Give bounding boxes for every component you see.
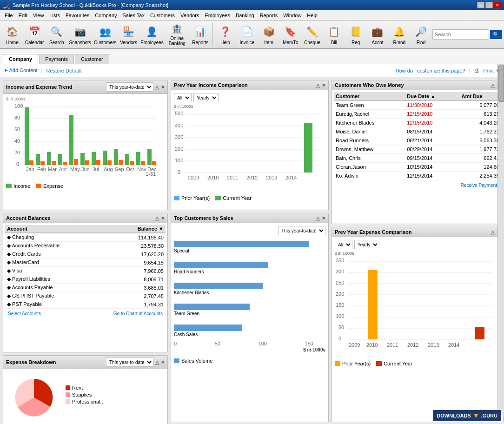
chart-of-accounts-link[interactable]: Go to Chart of Accounts xyxy=(113,311,163,316)
panel-account-close[interactable]: ✕ xyxy=(161,216,165,221)
menu-file[interactable]: File xyxy=(2,12,16,19)
scrollbar[interactable] xyxy=(497,64,504,415)
table-row[interactable]: Moise, Daniel 08/15/2014 1,762.31 xyxy=(334,127,501,136)
toolbar-search-input[interactable] xyxy=(432,29,488,40)
menu-reports[interactable]: Reports xyxy=(257,12,281,19)
panel-prev-income-close[interactable]: ✕ xyxy=(322,83,325,88)
receive-payments-link[interactable]: Receive Payments xyxy=(461,183,499,188)
minimize-button[interactable]: — xyxy=(477,2,484,8)
table-row[interactable]: Euretig,Rachel 12/15/2010 613.25 xyxy=(334,110,501,119)
tab-customer[interactable]: Customer xyxy=(75,54,109,64)
panel-top-customers-close[interactable]: ✕ xyxy=(322,216,325,221)
panel-income-expense-body: $ in 1000s 100 80 60 40 20 0 xyxy=(3,94,167,192)
svg-rect-15 xyxy=(40,161,45,165)
table-row[interactable]: ◆ MasterCard 9,654.15 xyxy=(5,258,166,267)
menu-vendors[interactable]: Vendors xyxy=(178,12,202,19)
window-controls[interactable]: — □ ✕ xyxy=(477,2,501,8)
table-row[interactable]: Ko, Adwin 12/15/2014 2,254.35 xyxy=(334,172,501,180)
menu-employees[interactable]: Employees xyxy=(202,12,232,19)
toolbar-memtx[interactable]: 🔖 MemTx xyxy=(280,21,301,47)
table-row[interactable]: Cioran,Jason 10/15/2014 124.68 xyxy=(334,163,501,172)
cheque-icon: ✏️ xyxy=(305,24,320,39)
restore-default-link[interactable]: Restore Default xyxy=(46,68,81,73)
toolbar-search-button[interactable]: 🔍 xyxy=(490,30,502,39)
toolbar-reg[interactable]: 📒 Reg xyxy=(345,21,366,47)
panel-expense-expand[interactable]: △ xyxy=(155,360,159,365)
tab-company[interactable]: Company xyxy=(3,54,38,64)
select-accounts-link[interactable]: Select Accounts xyxy=(8,311,41,316)
toolbar-rmnd[interactable]: 🔔 Rmnd xyxy=(389,21,410,47)
toolbar-search[interactable]: 🔍 Search xyxy=(46,21,67,47)
scroll-thumb[interactable] xyxy=(498,65,504,102)
svg-rect-12 xyxy=(25,107,29,165)
toolbar-bill[interactable]: 📋 Bill xyxy=(324,21,345,47)
menu-customers[interactable]: Customers xyxy=(147,12,178,19)
table-row[interactable]: Team Green 11/30/2010 6,077.00 xyxy=(334,101,501,110)
toolbar-snapshots[interactable]: 📷 Snapshots xyxy=(68,21,92,47)
toolbar-accnt[interactable]: 💼 Accnt xyxy=(367,21,388,47)
toolbar-item[interactable]: 📦 Item xyxy=(259,21,279,47)
middle-column: Prev Year Income Comparison △ ✕ All Year… xyxy=(171,80,329,424)
top-customers-dropdown[interactable]: This year-to-date Last year xyxy=(278,226,325,235)
table-row[interactable]: Bain, Chris 09/15/2014 662.41 xyxy=(334,154,501,163)
menu-banking[interactable]: Banking xyxy=(233,12,257,19)
table-row[interactable]: ◆ Accounts Payable 3,685.01 xyxy=(5,284,166,292)
panel-income-close[interactable]: ✕ xyxy=(161,85,165,90)
table-row[interactable]: ◆ Credit Cards 17,620.20 xyxy=(5,250,166,258)
add-content-link[interactable]: ➤ Add Content xyxy=(4,67,38,73)
panel-top-customers-expand[interactable]: △ xyxy=(316,216,320,221)
how-to-customize-link[interactable]: How do I customize this page? xyxy=(396,68,465,73)
table-row[interactable]: ◆ Chequing 114,196.40 xyxy=(5,233,166,242)
panel-customers-owe-expand[interactable]: △ xyxy=(491,83,495,88)
toolbar-cheque[interactable]: ✏️ Cheque xyxy=(302,21,323,47)
svg-text:20: 20 xyxy=(14,150,20,155)
menu-lists[interactable]: Lists xyxy=(46,12,63,19)
menu-edit[interactable]: Edit xyxy=(16,12,30,19)
table-row[interactable]: ◆ GST/HST Payable 2,707.48 xyxy=(5,292,166,300)
close-button[interactable]: ✕ xyxy=(494,2,501,8)
table-row[interactable]: ◆ Visa 7,966.05 xyxy=(5,267,166,275)
menu-company[interactable]: Company xyxy=(92,12,119,19)
bill-icon: 📋 xyxy=(326,24,341,39)
menu-help[interactable]: Help xyxy=(304,12,320,19)
toolbar-calendar[interactable]: 📅 Calendar xyxy=(24,21,46,47)
menu-window[interactable]: Window xyxy=(280,12,304,19)
panel-account-expand[interactable]: △ xyxy=(155,216,159,221)
toolbar-vendors[interactable]: 🏪 Vendors xyxy=(118,21,139,47)
prev-income-dropdown-yearly[interactable]: Yearly xyxy=(193,93,219,102)
income-expense-dropdown[interactable]: This year-to-date Last year This month xyxy=(106,82,153,92)
toolbar-cheque-label: Cheque xyxy=(304,40,320,45)
table-row[interactable]: Downs, Matthew 08/29/2014 1,977.72 xyxy=(334,145,501,154)
table-row[interactable]: ◆ Payroll Liabilities 8,009.71 xyxy=(5,275,166,284)
toolbar-banking[interactable]: 🏦 Online Banking xyxy=(165,21,189,47)
maximize-button[interactable]: □ xyxy=(485,2,493,8)
panel-prev-income-expand[interactable]: △ xyxy=(316,83,320,88)
toolbar-reports[interactable]: 📊 Reports xyxy=(190,21,211,47)
toolbar-find[interactable]: 🔎 Find xyxy=(411,21,431,47)
menu-salestax[interactable]: Sales Tax xyxy=(119,12,147,19)
table-row[interactable]: Road Runners 08/21/2014 6,063.38 xyxy=(334,136,501,145)
table-row[interactable]: Kitchener Blades 12/15/2010 4,043.20 xyxy=(334,119,501,127)
toolbar-help[interactable]: ❓ Help xyxy=(215,21,236,47)
toolbar-customers-label: Customers xyxy=(94,40,116,45)
menu-view[interactable]: View xyxy=(30,12,47,19)
svg-rect-20 xyxy=(69,115,73,165)
panel-income-expand[interactable]: △ xyxy=(155,85,159,90)
table-row[interactable]: ◆ Accounts Receivable 23,578.30 xyxy=(5,242,166,250)
toolbar-home[interactable]: 🏠 Home xyxy=(2,21,23,47)
toolbar-invoice[interactable]: 📄 Invoice xyxy=(237,21,258,47)
prev-expense-dropdown-all[interactable]: All xyxy=(335,240,352,249)
prev-income-dropdown-all[interactable]: All xyxy=(174,93,192,102)
tab-payments[interactable]: Payments xyxy=(39,54,74,64)
svg-text:2014: 2014 xyxy=(285,175,297,180)
toolbar-customers[interactable]: 👥 Customers xyxy=(93,21,117,47)
panel-prev-expense-expand[interactable]: △ xyxy=(491,230,495,235)
action-bar: ➤ Add Content | Restore Default How do I… xyxy=(0,64,504,77)
expense-breakdown-dropdown[interactable]: This year-to-date Last year xyxy=(106,358,153,367)
panel-expense-close[interactable]: ✕ xyxy=(161,360,165,365)
toolbar-employees[interactable]: 👤 Employees xyxy=(140,21,164,47)
table-row[interactable]: ◆ PST Payable 1,794.31 xyxy=(5,300,166,309)
prev-expense-dropdown-yearly[interactable]: Yearly xyxy=(354,240,379,249)
menu-favourites[interactable]: Favourites xyxy=(63,12,92,19)
panel-account-header: Account Balances △ ✕ xyxy=(3,213,167,223)
